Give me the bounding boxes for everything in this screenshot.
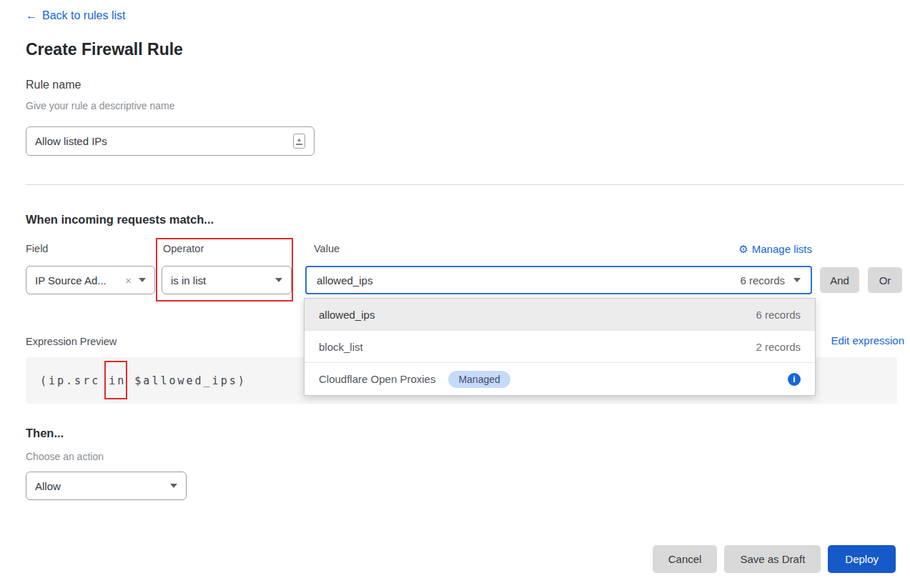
manage-lists-link[interactable]: ⚙ Manage lists (738, 243, 812, 255)
and-button[interactable]: And (820, 267, 859, 293)
list-item-records: 2 records (756, 341, 801, 353)
autofill-arrow-glyph: ▲ (297, 137, 302, 143)
gear-icon: ⚙ (738, 244, 748, 254)
field-select[interactable]: IP Source Ad... × (26, 266, 155, 294)
list-item-name: Cloudflare Open Proxies (319, 373, 435, 385)
rule-name-label: Rule name (26, 79, 81, 91)
back-to-rules-link[interactable]: ← Back to rules list (26, 9, 125, 22)
rule-name-hint: Give your rule a descriptive name (26, 100, 175, 111)
value-input-text: allowed_ips (317, 274, 372, 286)
rule-name-input[interactable]: Allow listed IPs ▲ (26, 126, 315, 156)
or-button[interactable]: Or (868, 267, 902, 293)
managed-badge: Managed (448, 371, 510, 388)
action-select-value: Allow (35, 480, 61, 492)
value-records-count: 6 records (740, 274, 785, 286)
manage-lists: ⚙ Manage lists (305, 243, 812, 255)
list-item-name: allowed_ips (319, 309, 375, 321)
action-select[interactable]: Allow (26, 472, 187, 500)
cancel-button[interactable]: Cancel (653, 545, 718, 573)
back-arrow-icon: ← (26, 9, 37, 22)
list-item-allowed-ips[interactable]: allowed_ips 6 records (305, 299, 815, 331)
lists-dropdown-panel: allowed_ips 6 records block_list 2 recor… (304, 298, 816, 396)
clear-field-icon[interactable]: × (125, 274, 132, 286)
footer-actions: Cancel Save as Draft Deploy (653, 545, 896, 573)
create-firewall-rule-page: ← Back to rules list Create Firewall Rul… (0, 0, 910, 588)
value-input[interactable]: allowed_ips 6 records (305, 266, 812, 294)
chevron-down-icon (793, 278, 801, 282)
list-item-records: 6 records (756, 309, 801, 321)
manage-lists-label: Manage lists (752, 243, 812, 255)
field-label: Field (26, 243, 48, 254)
back-link-label: Back to rules list (42, 9, 125, 22)
action-hint: Choose an action (26, 451, 104, 462)
edit-expression-link[interactable]: Edit expression (831, 334, 904, 347)
expression-code-after: $allowed_ips) (126, 374, 246, 387)
save-as-draft-button[interactable]: Save as Draft (724, 545, 821, 573)
expression-preview-label: Expression Preview (26, 336, 117, 347)
chevron-down-icon (170, 484, 177, 488)
list-item-block-list[interactable]: block_list 2 records (305, 331, 815, 363)
chevron-down-icon (139, 278, 146, 282)
section-divider (26, 184, 904, 185)
deploy-button[interactable]: Deploy (828, 545, 896, 573)
page-title: Create Firewall Rule (26, 40, 183, 59)
list-item-name: block_list (319, 341, 363, 353)
field-select-value: IP Source Ad... (35, 274, 107, 286)
operator-select-value: is in list (171, 274, 206, 286)
rule-name-value: Allow listed IPs (35, 135, 107, 147)
then-heading: Then... (26, 427, 64, 440)
expression-in-annotation-box: in (109, 374, 126, 387)
operator-label: Operator (163, 243, 204, 254)
info-icon[interactable]: i (788, 373, 801, 386)
autofill-icon: ▲ (293, 134, 305, 149)
list-item-cloudflare-open-proxies[interactable]: Cloudflare Open Proxies Managed i (305, 363, 815, 395)
match-heading: When incoming requests match... (26, 213, 214, 226)
chevron-down-icon (275, 278, 282, 282)
expression-code-before: (ip.src (40, 374, 109, 387)
operator-select[interactable]: is in list (162, 266, 292, 294)
